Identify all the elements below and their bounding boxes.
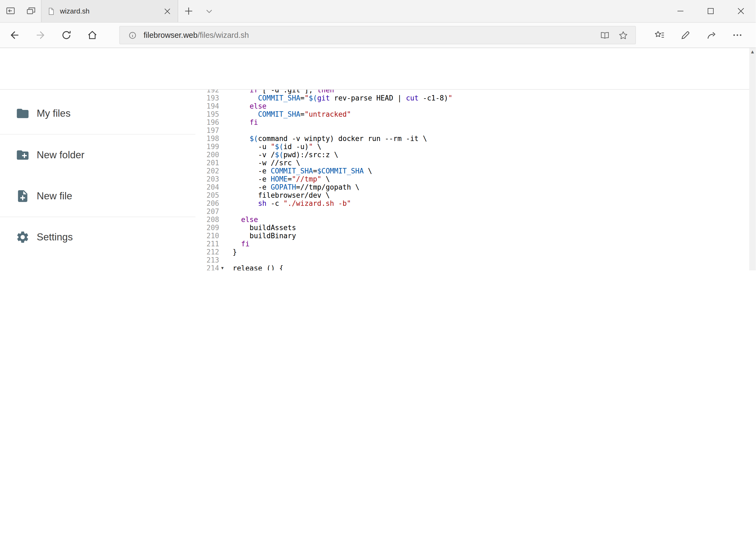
- code-text: -v /$(pwd):/src:z \: [226, 151, 749, 159]
- code-line[interactable]: 212}: [195, 248, 749, 256]
- maximize-button[interactable]: [695, 0, 725, 22]
- close-button[interactable]: [725, 0, 756, 22]
- code-text: fi: [226, 240, 749, 248]
- scrollbar-up-icon[interactable]: ▲: [749, 48, 756, 56]
- fold-gutter: [219, 232, 226, 240]
- new-tab-button[interactable]: [178, 0, 199, 22]
- sidebar-item-logout[interactable]: Logout: [0, 266, 195, 270]
- reading-view-icon[interactable]: [596, 27, 614, 43]
- code-text: release () {: [226, 264, 749, 270]
- tab-list-chevron-icon[interactable]: [199, 0, 219, 22]
- code-line[interactable]: 201 -w //src \: [195, 159, 749, 167]
- line-number: 205: [195, 191, 219, 199]
- fold-gutter: [219, 224, 226, 232]
- code-text: -e GOPATH=//tmp/gopath \: [226, 183, 749, 191]
- code-line[interactable]: 209 buildAssets: [195, 224, 749, 232]
- fold-gutter: [219, 135, 226, 143]
- code-line[interactable]: 205 filebrowser/dev \: [195, 191, 749, 199]
- page-scrollbar[interactable]: ▲ ▼: [749, 48, 756, 270]
- refresh-button[interactable]: [54, 24, 79, 46]
- code-line[interactable]: 213: [195, 256, 749, 264]
- site-info-icon[interactable]: [123, 27, 141, 43]
- code-editor-lines: 192 if [ -d .git ]; then193 COMMIT_SHA="…: [195, 90, 749, 270]
- fold-gutter: [219, 94, 226, 102]
- line-number: 212: [195, 248, 219, 256]
- code-line[interactable]: 199 -u "$(id -u)" \: [195, 143, 749, 151]
- forward-button[interactable]: [28, 24, 54, 46]
- code-line[interactable]: 210 buildBinary: [195, 232, 749, 240]
- code-line[interactable]: 214▾release () {: [195, 264, 749, 270]
- app-header: [0, 48, 756, 90]
- code-line[interactable]: 194 else: [195, 102, 749, 110]
- code-line[interactable]: 208 else: [195, 216, 749, 224]
- fold-gutter: [219, 110, 226, 118]
- code-text: fi: [226, 118, 749, 126]
- code-line[interactable]: 192 if [ -d .git ]; then: [195, 90, 749, 94]
- url-text: filebrowser.web/files/wizard.sh: [143, 31, 596, 39]
- line-number: 202: [195, 167, 219, 175]
- fold-marker-icon[interactable]: ▾: [219, 264, 226, 270]
- more-options-icon[interactable]: [724, 24, 750, 46]
- set-tabs-aside-icon[interactable]: [0, 0, 21, 22]
- share-icon[interactable]: [698, 24, 724, 46]
- window-controls: [665, 0, 756, 22]
- code-text: $(command -v winpty) docker run --rm -it…: [226, 135, 749, 143]
- favorite-star-icon[interactable]: [614, 27, 632, 43]
- line-number: 200: [195, 151, 219, 159]
- line-number: 211: [195, 240, 219, 248]
- code-line[interactable]: 200 -v /$(pwd):/src:z \: [195, 151, 749, 159]
- line-number: 206: [195, 199, 219, 208]
- code-line[interactable]: 196 fi: [195, 118, 749, 126]
- tab-title: wizard.sh: [60, 7, 158, 15]
- back-button[interactable]: [2, 24, 28, 46]
- line-number: 195: [195, 110, 219, 118]
- sidebar-item-label: New file: [37, 190, 72, 202]
- sidebar-item-new-file[interactable]: New file: [0, 184, 195, 208]
- address-bar[interactable]: filebrowser.web/files/wizard.sh: [119, 26, 636, 44]
- line-number: 193: [195, 94, 219, 102]
- line-number: 210: [195, 232, 219, 240]
- fold-gutter: [219, 208, 226, 216]
- code-line[interactable]: 211 fi: [195, 240, 749, 248]
- fold-gutter: [219, 90, 226, 94]
- code-line[interactable]: 206 sh -c "./wizard.sh -b": [195, 199, 749, 208]
- new-file-icon: [16, 189, 30, 203]
- fold-gutter: [219, 118, 226, 126]
- code-text: else: [226, 102, 749, 110]
- fold-gutter: [219, 199, 226, 208]
- code-line[interactable]: 193 COMMIT_SHA="$(git rev-parse HEAD | c…: [195, 94, 749, 102]
- code-editor[interactable]: 192 if [ -d .git ]; then193 COMMIT_SHA="…: [195, 90, 749, 270]
- favorites-hub-icon[interactable]: [647, 24, 672, 46]
- tabs-preview-icon[interactable]: [21, 0, 41, 22]
- code-line[interactable]: 197: [195, 126, 749, 135]
- browser-tab[interactable]: wizard.sh: [41, 0, 178, 22]
- code-text: filebrowser/dev \: [226, 191, 749, 199]
- code-text: COMMIT_SHA="$(git rev-parse HEAD | cut -…: [226, 94, 749, 102]
- minimize-button[interactable]: [665, 0, 695, 22]
- fold-gutter: [219, 216, 226, 224]
- code-text: [226, 256, 749, 264]
- create-new-folder-icon: [16, 148, 30, 162]
- home-button[interactable]: [79, 24, 105, 46]
- code-line[interactable]: 202 -e COMMIT_SHA=$COMMIT_SHA \: [195, 167, 749, 175]
- tab-bar: wizard.sh: [0, 0, 756, 23]
- fold-gutter: [219, 191, 226, 199]
- line-number: 203: [195, 175, 219, 183]
- line-number: 199: [195, 143, 219, 151]
- code-line[interactable]: 195 COMMIT_SHA="untracked": [195, 110, 749, 118]
- code-text: buildBinary: [226, 232, 749, 240]
- code-text: buildAssets: [226, 224, 749, 232]
- code-text: }: [226, 248, 749, 256]
- code-line[interactable]: 207: [195, 208, 749, 216]
- line-number: 192: [195, 90, 219, 94]
- annotate-pen-icon[interactable]: [672, 24, 698, 46]
- sidebar-item-new-folder[interactable]: New folder: [0, 143, 195, 167]
- code-line[interactable]: 204 -e GOPATH=//tmp/gopath \: [195, 183, 749, 191]
- sidebar-item-settings[interactable]: Settings: [0, 225, 195, 249]
- line-number: 196: [195, 118, 219, 126]
- tab-close-icon[interactable]: [162, 6, 172, 16]
- sidebar: My files New folder New file Settings Lo…: [0, 90, 195, 270]
- code-line[interactable]: 203 -e HOME="//tmp" \: [195, 175, 749, 183]
- code-line[interactable]: 198 $(command -v winpty) docker run --rm…: [195, 135, 749, 143]
- sidebar-item-my-files[interactable]: My files: [0, 102, 195, 125]
